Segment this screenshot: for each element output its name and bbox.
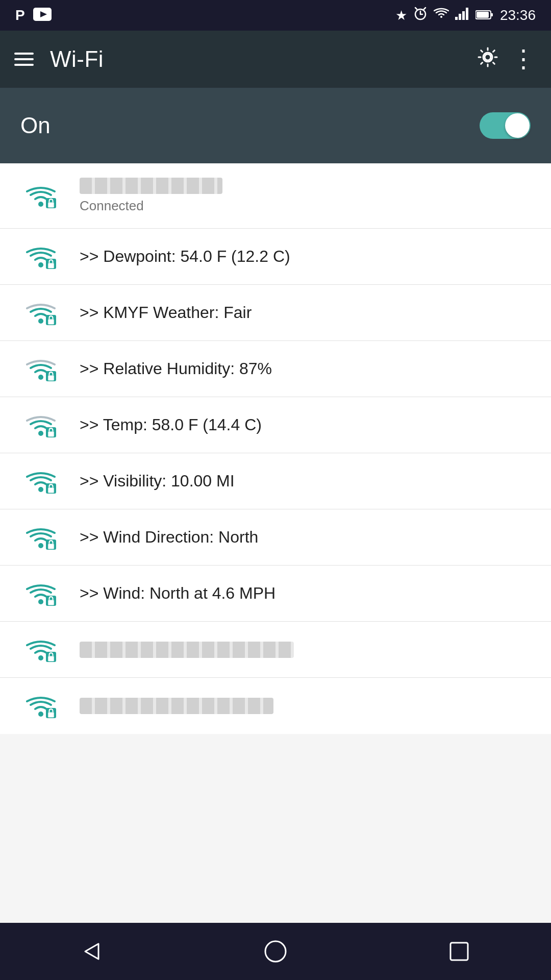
svg-point-22 (38, 375, 43, 380)
network-name-dewpoint: >> Dewpoint: 54.0 F (12.2 C) (80, 247, 531, 266)
hidden-network-info-2 (80, 698, 531, 714)
svg-line-6 (424, 8, 425, 9)
wifi-icon-container (20, 184, 61, 208)
back-button[interactable] (71, 931, 112, 972)
network-item-kmyf[interactable]: >> KMYF Weather: Fair (0, 285, 551, 341)
svg-rect-35 (48, 713, 54, 718)
lock-icon (46, 483, 56, 494)
network-name-wind-speed: >> Wind: North at 4.6 MPH (80, 584, 531, 603)
wifi-signal-icon (26, 184, 56, 208)
menu-button[interactable] (14, 53, 34, 66)
wifi-signal-icon (26, 357, 56, 381)
network-name-kmyf: >> KMYF Weather: Fair (80, 303, 531, 322)
svg-rect-8 (459, 14, 461, 20)
signal-icon (455, 7, 469, 23)
more-options-icon[interactable]: ⋮ (511, 47, 537, 71)
wifi-toggle-section: On (0, 88, 551, 163)
svg-point-30 (38, 599, 43, 604)
connected-network-info: Connected (80, 178, 531, 214)
wifi-icon-container (20, 413, 61, 437)
svg-point-24 (38, 431, 43, 436)
wifi-toggle-switch[interactable] (480, 112, 531, 139)
svg-point-16 (38, 202, 43, 207)
hidden-ssid-blur-2 (80, 698, 273, 714)
network-item-wind-direction[interactable]: >> Wind Direction: North (0, 509, 551, 566)
svg-marker-36 (85, 944, 98, 959)
lock-icon (46, 708, 56, 718)
svg-rect-38 (450, 943, 468, 960)
network-item-hidden2[interactable] (0, 678, 551, 734)
wifi-signal-icon (26, 694, 56, 718)
svg-rect-19 (48, 263, 54, 268)
bluetooth-icon: ★ (395, 8, 407, 23)
status-bar-left: P (15, 7, 52, 23)
network-item-humidity[interactable]: >> Relative Humidity: 87% (0, 341, 551, 397)
toggle-knob (505, 113, 530, 138)
connected-status: Connected (80, 198, 531, 214)
svg-rect-17 (48, 202, 54, 207)
wifi-icon-container (20, 244, 61, 269)
svg-rect-31 (48, 600, 54, 605)
recents-button[interactable] (439, 931, 480, 972)
wifi-icon-container (20, 694, 61, 718)
wifi-icon-container (20, 638, 61, 662)
battery-icon (475, 7, 494, 23)
home-button[interactable] (255, 931, 296, 972)
svg-point-18 (38, 262, 43, 267)
wifi-toggle-label: On (20, 113, 51, 138)
youtube-icon (33, 8, 52, 23)
network-name-humidity: >> Relative Humidity: 87% (80, 359, 531, 378)
svg-point-20 (38, 318, 43, 324)
svg-rect-13 (477, 12, 489, 18)
wifi-status-icon (434, 7, 449, 23)
network-item-dewpoint[interactable]: >> Dewpoint: 54.0 F (12.2 C) (0, 229, 551, 285)
wifi-signal-icon (26, 469, 56, 494)
svg-point-34 (38, 712, 43, 717)
wifi-signal-icon (26, 638, 56, 662)
lock-icon (46, 540, 56, 550)
svg-point-26 (38, 487, 43, 492)
network-item-temp[interactable]: >> Temp: 58.0 F (14.4 C) (0, 397, 551, 453)
app-bar-actions: ⋮ (477, 46, 537, 73)
network-name-wind-direction: >> Wind Direction: North (80, 528, 531, 547)
network-name-visibility: >> Visibility: 10.00 MI (80, 472, 531, 491)
lock-icon (46, 427, 56, 437)
wifi-icon-container (20, 525, 61, 550)
svg-point-14 (485, 54, 491, 60)
network-item-connected[interactable]: Connected (0, 163, 551, 229)
bottom-nav (0, 923, 551, 980)
svg-point-37 (265, 941, 286, 962)
alarm-icon (413, 7, 428, 24)
network-list: Connected >> Dewpoint: (0, 163, 551, 734)
status-bar: P ★ (0, 0, 551, 31)
network-name-temp: >> Temp: 58.0 F (14.4 C) (80, 415, 531, 434)
p-logo-icon: P (15, 7, 25, 23)
svg-rect-33 (48, 656, 54, 661)
hidden-ssid-blur-1 (80, 642, 294, 658)
wifi-icon-container (20, 469, 61, 494)
app-bar-left: Wi-Fi (14, 46, 104, 72)
page-title: Wi-Fi (50, 46, 104, 72)
svg-line-5 (415, 8, 417, 9)
lock-icon (46, 315, 56, 325)
svg-rect-10 (466, 8, 468, 20)
wifi-signal-icon (26, 413, 56, 437)
network-item-visibility[interactable]: >> Visibility: 10.00 MI (0, 453, 551, 509)
svg-rect-29 (48, 544, 54, 549)
wifi-signal-icon (26, 301, 56, 325)
svg-rect-7 (455, 17, 458, 20)
lock-icon (46, 259, 56, 269)
network-item-wind-speed[interactable]: >> Wind: North at 4.6 MPH (0, 566, 551, 622)
wifi-icon-container (20, 581, 61, 606)
lock-icon (46, 198, 56, 208)
time-display: 23:36 (500, 7, 536, 23)
svg-rect-21 (48, 319, 54, 324)
settings-icon[interactable] (477, 46, 499, 73)
network-item-hidden1[interactable] (0, 622, 551, 678)
lock-icon (46, 596, 56, 606)
svg-rect-9 (462, 11, 465, 20)
wifi-signal-icon (26, 581, 56, 606)
wifi-signal-icon (26, 244, 56, 269)
svg-point-28 (38, 543, 43, 548)
lock-icon (46, 371, 56, 381)
